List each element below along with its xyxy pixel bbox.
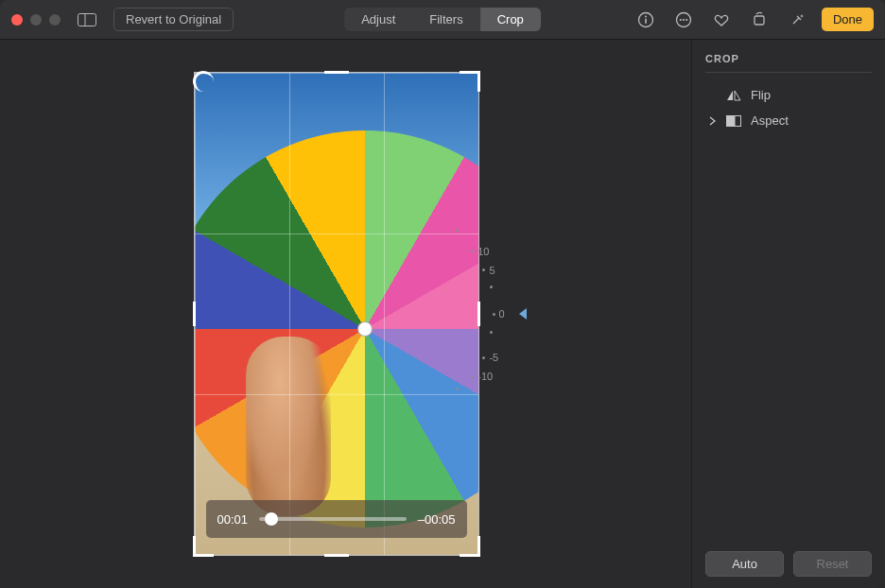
aspect-icon	[726, 115, 741, 127]
maximize-window[interactable]	[49, 14, 61, 26]
photo-preview	[195, 73, 478, 555]
crop-frame[interactable]: 00:01 –00:05	[195, 73, 478, 555]
info-icon[interactable]	[633, 9, 659, 31]
dial-tick: -5	[482, 352, 506, 363]
crop-handle-tr[interactable]	[460, 71, 480, 92]
dial-tick	[490, 285, 513, 288]
dial-tick	[456, 388, 479, 390]
dial-tick	[490, 331, 513, 334]
dial-tick: 5	[482, 265, 506, 276]
sidebar-footer: Auto Reset	[705, 551, 872, 577]
aspect-label: Aspect	[751, 113, 789, 128]
scrubber-track[interactable]	[259, 517, 407, 521]
crop-handle-bl[interactable]	[193, 536, 214, 557]
minimize-window[interactable]	[30, 14, 42, 26]
edit-mode-tabs: Adjust Filters Crop	[344, 8, 541, 31]
svg-rect-11	[727, 115, 736, 126]
flip-label: Flip	[751, 88, 771, 102]
chevron-right-icon	[707, 116, 717, 126]
tab-crop[interactable]: Crop	[480, 8, 541, 31]
autoenhance-icon[interactable]	[784, 9, 810, 31]
crop-handle-left[interactable]	[193, 302, 196, 326]
crop-handle-top[interactable]	[324, 71, 349, 74]
reset-button[interactable]: Reset	[793, 551, 872, 577]
dial-tick: 0	[493, 308, 516, 320]
svg-point-7	[683, 18, 685, 20]
rotation-dial[interactable]: 1050-5-10	[493, 205, 559, 423]
flip-icon	[726, 90, 741, 101]
tab-filters[interactable]: Filters	[412, 8, 479, 31]
main-area: 00:01 –00:05 1050-5-10 CROP Flip	[0, 40, 885, 588]
svg-rect-4	[645, 18, 647, 23]
done-button[interactable]: Done	[822, 8, 874, 31]
video-scrubber[interactable]: 00:01 –00:05	[206, 500, 467, 538]
revert-label: Revert to Original	[126, 12, 221, 26]
crop-sidebar: CROP Flip Aspect Auto Reset	[691, 40, 885, 588]
svg-point-3	[645, 15, 647, 17]
dial-indicator-icon	[519, 308, 527, 320]
close-window[interactable]	[11, 14, 23, 26]
auto-button[interactable]: Auto	[705, 551, 784, 577]
window-controls	[11, 14, 61, 26]
dial-tick: 10	[471, 246, 495, 257]
crop-handle-bottom[interactable]	[324, 554, 349, 557]
dial-tick	[456, 229, 479, 232]
more-icon[interactable]	[670, 9, 697, 31]
revert-button[interactable]: Revert to Original	[113, 8, 234, 31]
crop-handle-right[interactable]	[477, 302, 480, 326]
scrubber-thumb[interactable]	[265, 512, 278, 526]
dial-tick: -10	[471, 371, 495, 382]
sidebar-title: CROP	[705, 53, 872, 73]
favorite-icon[interactable]	[708, 9, 735, 31]
aspect-item[interactable]: Aspect	[705, 108, 872, 133]
crop-handle-tl[interactable]	[193, 71, 214, 92]
crop-handle-br[interactable]	[460, 536, 480, 557]
canvas-area: 00:01 –00:05 1050-5-10	[0, 40, 691, 588]
svg-point-8	[685, 18, 687, 20]
elapsed-time: 00:01	[217, 512, 249, 527]
toolbar: Revert to Original Adjust Filters Crop D…	[0, 0, 885, 40]
rotate-icon[interactable]	[746, 9, 772, 31]
svg-point-6	[680, 18, 682, 20]
svg-rect-9	[755, 16, 764, 25]
sidebar-toggle-icon[interactable]	[74, 9, 100, 31]
svg-rect-0	[78, 13, 96, 26]
remaining-time: –00:05	[418, 512, 456, 527]
toolbar-right: Done	[633, 8, 874, 31]
tab-adjust[interactable]: Adjust	[344, 8, 412, 31]
flip-item[interactable]: Flip	[705, 82, 872, 108]
